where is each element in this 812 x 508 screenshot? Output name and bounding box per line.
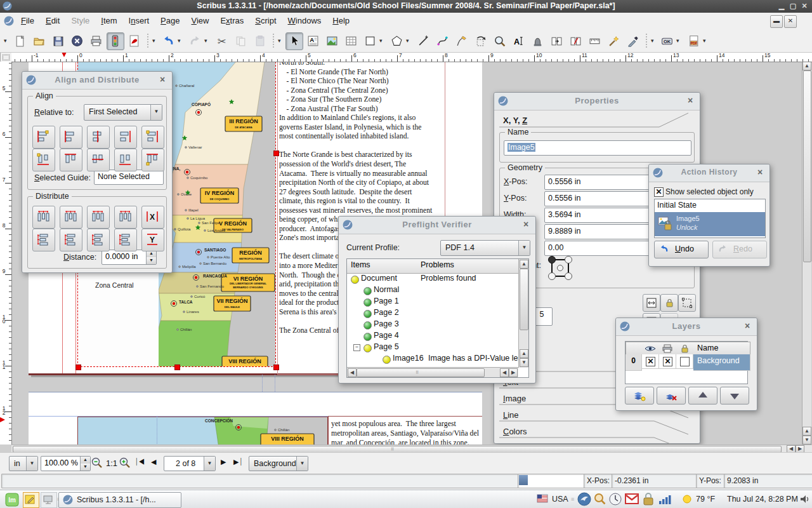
tree-row-image16[interactable]: Image16Image has a DPI-Value les [347, 353, 518, 364]
unit-select[interactable]: in▼ [9, 456, 38, 471]
align-dialog-titlebar[interactable]: Align and Distribute × [22, 72, 172, 90]
tree-row-page-4[interactable]: Page 4 [347, 330, 518, 342]
menu-view[interactable]: View [185, 13, 214, 30]
vertical-ruler[interactable]: 56789101112 [0, 62, 12, 444]
layer-select[interactable]: Background▼ [249, 456, 308, 471]
profile-select[interactable]: PDF 1.4▼ [440, 240, 530, 256]
window-titlebar[interactable]: Scribus 1.3.3.11 - [/home/zach/Documents… [0, 0, 812, 13]
insert-image-frame-button[interactable] [324, 32, 341, 50]
lock-tray-icon[interactable] [642, 492, 655, 508]
layers-table[interactable]: Name 0 ✕ ✕ Background [625, 341, 748, 384]
lock-button[interactable] [660, 294, 678, 312]
export-pdf-button[interactable] [126, 32, 143, 50]
paste-button[interactable] [251, 32, 269, 50]
distribute-v-button-2[interactable] [60, 229, 82, 251]
items-column-header[interactable]: Items [347, 259, 421, 274]
resize-handle[interactable] [273, 150, 279, 156]
menu-edit[interactable]: Edit [40, 13, 65, 30]
menu-launcher-icon[interactable]: lm [5, 493, 19, 508]
undo-button[interactable]: Undo [654, 241, 709, 258]
chevron-down-icon[interactable]: ▼ [150, 105, 162, 120]
distribute-v-button-5[interactable]: Y [141, 229, 164, 251]
chevron-down-icon[interactable]: ▾ [406, 37, 409, 44]
chevron-down-icon[interactable]: ▼ [518, 241, 530, 255]
tree-row-page-2[interactable]: Page 2 [347, 307, 518, 319]
new-document-button[interactable] [11, 32, 29, 50]
search-tray-icon[interactable] [594, 493, 606, 507]
tree-hscrollbar[interactable]: ◀ ⠿ ◀ ▶ [347, 367, 518, 377]
action-history-dialog[interactable]: Action History × ✕ Show selected object … [648, 164, 770, 267]
vertical-scrollbar[interactable]: ▲ ▲ ▼ [802, 62, 811, 444]
chevron-down-icon[interactable]: ▼ [204, 457, 215, 471]
insert-shape-button[interactable] [362, 32, 379, 50]
scroll-up-arrow2[interactable]: ▲ [802, 427, 811, 436]
close-icon[interactable]: × [742, 321, 752, 331]
history-list[interactable]: Initial State Image5 Unlock [654, 199, 766, 238]
align-v-button-1[interactable] [32, 149, 55, 171]
network-signal-tray-icon[interactable] [658, 493, 672, 507]
close-button[interactable]: ✕ [799, 1, 809, 11]
distribute-button-4[interactable] [114, 206, 137, 229]
mdi-restore-button[interactable]: ▬ [770, 15, 783, 28]
open-button[interactable] [30, 32, 48, 50]
save-button[interactable] [49, 32, 67, 50]
menu-insert[interactable]: Insert [123, 13, 155, 30]
undo-button[interactable] [160, 32, 178, 50]
menu-help[interactable]: Help [327, 13, 355, 30]
distance-spinbox[interactable]: 0.0000 in ▲▼ [102, 250, 157, 265]
basepoint-widget[interactable] [546, 253, 575, 284]
story-editor-button[interactable] [529, 32, 547, 50]
minimize-button[interactable]: ▁ [776, 1, 787, 11]
align-button-5[interactable] [141, 126, 164, 149]
unlink-text-frames-button[interactable] [567, 32, 585, 50]
zoom-button[interactable] [491, 32, 509, 50]
layer-name-cell[interactable]: Background [693, 354, 750, 371]
tree-row-page-5[interactable]: −Page 5 [347, 342, 518, 353]
resize-handle[interactable] [273, 364, 279, 370]
chevron-down-icon[interactable]: ▼ [296, 457, 308, 471]
align-button-1[interactable] [32, 126, 55, 149]
tree-row-document[interactable]: DocumentProblems found [347, 273, 518, 284]
copy-properties-button[interactable] [605, 32, 623, 50]
print-button[interactable] [88, 32, 105, 50]
layer-print-cell[interactable]: ✕ [659, 354, 676, 369]
menu-script[interactable]: Script [249, 13, 282, 30]
tree-vscrollbar[interactable]: ▲ ▲ ▼ [518, 259, 528, 368]
maximize-button[interactable]: ▢ [788, 1, 798, 11]
menu-extras[interactable]: Extras [214, 13, 249, 30]
bird-tray-icon[interactable] [577, 492, 591, 508]
lower-layer-button[interactable] [720, 387, 749, 404]
weather-sun-icon[interactable] [681, 493, 693, 507]
insert-bezier-button[interactable] [434, 32, 452, 50]
toolbar-overflow-icon[interactable]: ▾ [651, 37, 654, 44]
align-button-3[interactable] [87, 126, 110, 149]
zoom-out-icon[interactable] [91, 457, 103, 471]
insert-text-frame-button[interactable]: A [304, 32, 322, 50]
align-distribute-dialog[interactable]: Align and Distribute × Align Relative to… [22, 71, 173, 273]
close-button[interactable] [69, 32, 86, 50]
distribute-v-button-3[interactable] [87, 229, 110, 251]
toolbar-overflow-icon[interactable]: ▾ [4, 37, 7, 44]
section-tab-line[interactable]: Line [503, 410, 519, 420]
menu-page[interactable]: Page [155, 13, 185, 30]
copy-button[interactable] [232, 32, 250, 50]
measurements-button[interactable] [586, 32, 604, 50]
last-page-button[interactable]: ▶⏐ [233, 458, 243, 466]
scroll-up-arrow2[interactable]: ▲ [520, 349, 528, 358]
problems-tree[interactable]: Items Problems DocumentProblems foundNor… [346, 258, 529, 378]
relative-to-select[interactable]: First Selected▼ [84, 104, 162, 121]
resize-handle[interactable] [75, 364, 81, 370]
select-item-button[interactable] [285, 32, 303, 50]
next-page-button[interactable]: ▶ [221, 458, 226, 466]
tree-vthumb[interactable] [520, 269, 528, 330]
layers-dialog[interactable]: Layers × Name 0 ✕ ✕ Background [615, 318, 757, 411]
zoom-in-icon[interactable] [119, 457, 131, 471]
lock-size-button[interactable] [678, 294, 696, 312]
link-text-frames-button[interactable] [548, 32, 566, 50]
eye-dropper-button[interactable] [624, 32, 642, 50]
align-v-button-2[interactable] [60, 149, 82, 171]
action-history-titlebar[interactable]: Action History × [649, 164, 769, 182]
insert-table-button[interactable] [343, 32, 360, 50]
toolbar-overflow-icon[interactable]: ▾ [278, 37, 281, 44]
resize-handle[interactable] [174, 364, 180, 370]
